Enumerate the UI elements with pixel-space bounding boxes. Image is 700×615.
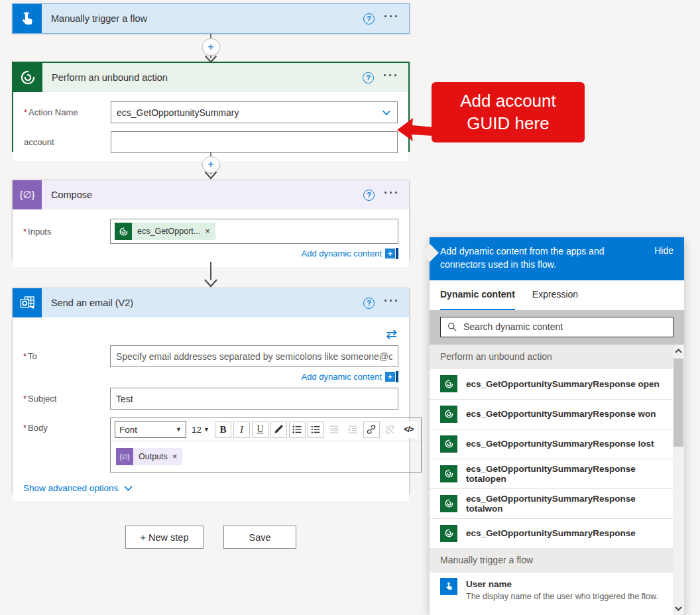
insert-step-button[interactable]: + xyxy=(202,38,220,55)
scroll-down-icon[interactable] xyxy=(673,602,684,615)
scroll-up-icon[interactable] xyxy=(673,345,684,358)
list-item[interactable]: ecs_GetOpportunitySummaryResponse lost xyxy=(430,429,673,459)
text-color-icon[interactable] xyxy=(270,421,287,438)
add-dynamic-content-link[interactable]: Add dynamic content xyxy=(302,372,382,382)
dataverse-icon xyxy=(440,495,457,512)
numbered-list-icon[interactable] xyxy=(308,421,324,438)
unbound-action-card-title: Perform an unbound action xyxy=(52,72,353,83)
to-label: *To xyxy=(23,351,110,361)
list-item[interactable]: ecs_GetOpportunitySummaryResponse xyxy=(430,518,673,548)
dataverse-icon xyxy=(440,375,457,392)
action-name-label: *Action Name xyxy=(24,107,111,117)
switch-input-mode-icon[interactable]: ⇄ xyxy=(386,328,397,340)
chevron-down-icon xyxy=(123,483,133,493)
account-input[interactable] xyxy=(117,132,392,152)
subject-input[interactable] xyxy=(116,388,392,409)
outlook-icon xyxy=(13,288,42,317)
caret-down-icon: ▼ xyxy=(204,426,209,433)
italic-button[interactable]: I xyxy=(233,421,250,438)
font-size-dropdown[interactable]: 12 ▼ xyxy=(188,425,213,435)
list-item[interactable]: ecs_GetOpportunitySummaryResponse open xyxy=(430,369,673,399)
connector-3 xyxy=(199,262,223,288)
body-label: *Body xyxy=(23,418,110,433)
dataverse-icon xyxy=(440,406,457,423)
scrollbar[interactable] xyxy=(673,345,684,615)
email-card-title: Send an email (V2) xyxy=(51,298,354,308)
connector-1: + xyxy=(199,34,223,63)
menu-ellipsis-icon[interactable]: ··· xyxy=(384,190,400,200)
add-dynamic-content-link[interactable]: Add dynamic content xyxy=(302,249,382,258)
section-title-manual-trigger: Manually trigger a flow xyxy=(430,548,673,573)
list-item[interactable]: User name The display name of the user w… xyxy=(430,573,673,608)
code-view-icon[interactable]: </> xyxy=(400,421,417,438)
dynamic-content-chip[interactable]: ecs_GetOpport... × xyxy=(115,223,215,240)
help-icon[interactable]: ? xyxy=(363,190,375,201)
help-icon[interactable]: ? xyxy=(363,72,374,84)
send-email-card[interactable]: Send an email (V2) ? ··· ⇄ *To Add dynam… xyxy=(12,288,410,494)
dataverse-icon xyxy=(440,435,457,453)
help-icon[interactable]: ? xyxy=(363,13,375,25)
manual-trigger-icon xyxy=(440,578,457,595)
compose-data-operation-icon: {∅} xyxy=(13,180,42,209)
scrollbar-thumb[interactable] xyxy=(673,359,683,447)
tab-dynamic-content[interactable]: Dynamic content xyxy=(440,280,515,310)
inputs-label: *Inputs xyxy=(23,227,110,237)
add-dynamic-content-icon[interactable]: + xyxy=(385,248,398,259)
inputs-field[interactable]: ecs_GetOpport... × xyxy=(110,219,398,244)
trigger-card-title: Manually trigger a flow xyxy=(51,13,354,24)
account-label: account xyxy=(24,137,111,147)
list-item[interactable]: ecs_GetOpportunitySummaryResponse totalw… xyxy=(430,488,673,518)
list-item[interactable]: ecs_GetOpportunitySummaryResponse won xyxy=(430,399,673,429)
account-field[interactable] xyxy=(111,131,398,153)
richtext-toolbar: Font ▼ 12 ▼ B I U xyxy=(111,418,421,441)
bold-button[interactable]: B xyxy=(215,421,231,438)
panel-header: Add dynamic content from the apps and co… xyxy=(430,237,684,280)
indent-icon xyxy=(345,421,361,438)
item-title: User name xyxy=(466,579,512,589)
connector-2: + xyxy=(199,152,223,180)
insert-step-button[interactable]: + xyxy=(202,156,220,174)
caret-down-icon: ▼ xyxy=(176,426,182,433)
annotation-arrow-icon xyxy=(396,114,434,146)
underline-button[interactable]: U xyxy=(252,421,268,438)
help-icon[interactable]: ? xyxy=(363,298,375,309)
tab-expression[interactable]: Expression xyxy=(532,280,578,310)
dataverse-icon xyxy=(115,223,132,240)
annotation-box: Add account GUID here xyxy=(432,82,585,142)
font-dropdown[interactable]: Font ▼ xyxy=(115,421,186,438)
to-input[interactable] xyxy=(116,346,392,366)
save-button[interactable]: Save xyxy=(223,526,296,549)
section-title-unbound-action: Perform an unbound action xyxy=(430,345,673,369)
new-step-button[interactable]: + New step xyxy=(125,526,204,549)
remove-chip-icon[interactable]: × xyxy=(172,453,178,461)
dataverse-icon xyxy=(440,465,457,482)
bullet-list-icon[interactable] xyxy=(289,421,306,438)
dataverse-icon xyxy=(13,63,42,92)
panel-intro-text: Add dynamic content from the apps and co… xyxy=(440,245,629,272)
search-icon xyxy=(447,321,457,332)
add-dynamic-content-icon[interactable]: + xyxy=(385,371,398,382)
menu-ellipsis-icon[interactable]: ··· xyxy=(383,72,399,83)
list-item[interactable]: ecs_GetOpportunitySummaryResponse totalo… xyxy=(430,459,673,488)
to-field[interactable] xyxy=(110,345,398,367)
panel-tabs: Dynamic content Expression xyxy=(430,280,684,310)
search-input[interactable] xyxy=(463,321,667,332)
show-advanced-options-link[interactable]: Show advanced options xyxy=(23,483,398,493)
link-icon[interactable] xyxy=(363,421,380,438)
unbound-action-card[interactable]: Perform an unbound action ? ··· *Action … xyxy=(12,62,410,152)
menu-ellipsis-icon[interactable]: ··· xyxy=(384,298,400,308)
body-content[interactable]: {∅} Outputs × xyxy=(111,441,421,472)
outdent-icon xyxy=(326,421,343,438)
subject-label: *Subject xyxy=(23,394,110,404)
compose-data-operation-icon: {∅} xyxy=(116,448,133,465)
hide-button[interactable]: Hide xyxy=(654,245,673,272)
subject-field[interactable] xyxy=(110,388,398,410)
outputs-chip[interactable]: {∅} Outputs × xyxy=(116,448,182,465)
action-name-dropdown[interactable]: ecs_GetOpportunitySummary xyxy=(111,101,398,123)
body-field[interactable]: Font ▼ 12 ▼ B I U xyxy=(110,418,422,473)
trigger-card[interactable]: Manually trigger a flow ? ··· xyxy=(12,3,410,34)
compose-card[interactable]: {∅} Compose ? ··· *Inputs xyxy=(12,180,410,260)
remove-chip-icon[interactable]: × xyxy=(205,227,210,235)
search-box[interactable] xyxy=(440,317,673,337)
menu-ellipsis-icon[interactable]: ··· xyxy=(384,13,400,24)
